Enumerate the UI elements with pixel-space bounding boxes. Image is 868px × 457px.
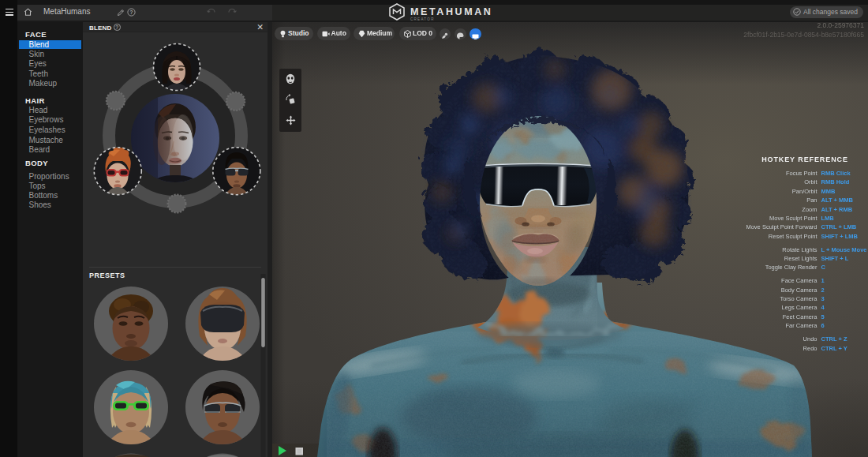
svg-text:?: ?	[129, 9, 133, 15]
